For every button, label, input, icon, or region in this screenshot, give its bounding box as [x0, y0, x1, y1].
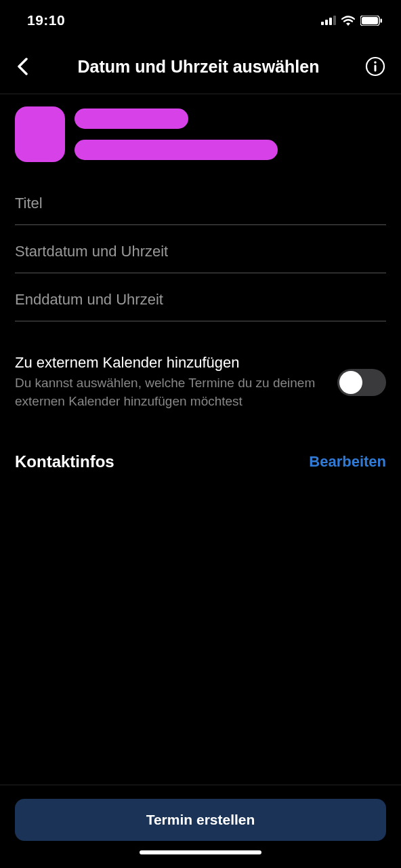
svg-rect-0: [321, 22, 324, 25]
info-button[interactable]: [364, 56, 386, 77]
profile-block: [15, 102, 386, 177]
contact-info-title: Kontaktinfos: [15, 452, 114, 471]
title-label: Titel: [15, 195, 386, 212]
start-datetime-field[interactable]: Startdatum und Uhrzeit: [15, 225, 386, 273]
external-calendar-title: Zu externem Kalender hinzufügen: [15, 354, 326, 372]
status-bar: 19:10: [0, 0, 401, 37]
chevron-left-icon: [17, 58, 28, 75]
title-field[interactable]: Titel: [15, 177, 386, 225]
contact-info-section: Kontaktinfos Bearbeiten: [15, 410, 386, 471]
svg-rect-1: [325, 20, 328, 25]
profile-name-redacted: [75, 108, 188, 129]
svg-rect-3: [333, 16, 336, 25]
end-datetime-label: Enddatum und Uhrzeit: [15, 291, 386, 309]
info-icon: [365, 56, 385, 77]
external-calendar-description: Du kannst auswählen, welche Termine du z…: [15, 374, 326, 410]
status-icons: [321, 15, 382, 26]
avatar-redacted: [15, 106, 65, 162]
back-button[interactable]: [12, 56, 33, 77]
svg-rect-6: [381, 18, 383, 22]
status-time: 19:10: [27, 12, 65, 28]
end-datetime-field[interactable]: Enddatum und Uhrzeit: [15, 273, 386, 321]
header: Datum und Uhrzeit auswählen: [0, 37, 401, 94]
profile-detail-redacted: [75, 140, 278, 160]
start-datetime-label: Startdatum und Uhrzeit: [15, 243, 386, 260]
battery-icon: [360, 16, 382, 26]
svg-rect-9: [375, 65, 377, 72]
external-calendar-section: Zu externem Kalender hinzufügen Du kanns…: [15, 321, 386, 410]
external-calendar-toggle[interactable]: [337, 369, 386, 396]
wifi-icon: [341, 15, 356, 26]
svg-point-8: [374, 61, 377, 64]
svg-rect-2: [329, 18, 332, 25]
page-title: Datum und Uhrzeit auswählen: [33, 57, 364, 77]
create-appointment-button[interactable]: Termin erstellen: [15, 799, 386, 841]
footer: Termin erstellen: [0, 785, 401, 868]
svg-rect-5: [362, 17, 378, 24]
toggle-knob: [339, 371, 362, 394]
cellular-icon: [321, 16, 336, 25]
edit-contact-button[interactable]: Bearbeiten: [309, 453, 386, 471]
home-indicator[interactable]: [140, 850, 261, 854]
